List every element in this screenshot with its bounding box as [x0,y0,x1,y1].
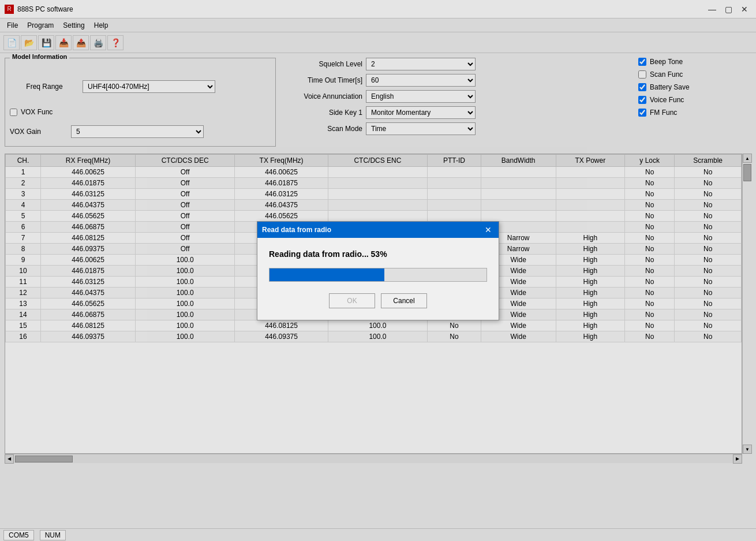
progress-bar-container [269,268,487,282]
modal-buttons: OK Cancel [269,293,487,308]
modal-title: Read data from radio [262,226,331,234]
read-data-modal: Read data from radio ✕ Reading data from… [257,221,499,320]
modal-overlay: Read data from radio ✕ Reading data from… [0,0,756,541]
modal-message: Reading data from radio... 53% [269,249,487,259]
ok-button[interactable]: OK [329,293,375,308]
modal-close-button[interactable]: ✕ [482,224,494,236]
progress-bar-fill [270,268,384,281]
modal-body: Reading data from radio... 53% OK Cancel [257,238,499,320]
cancel-button[interactable]: Cancel [381,293,427,308]
modal-titlebar: Read data from radio ✕ [257,222,499,238]
